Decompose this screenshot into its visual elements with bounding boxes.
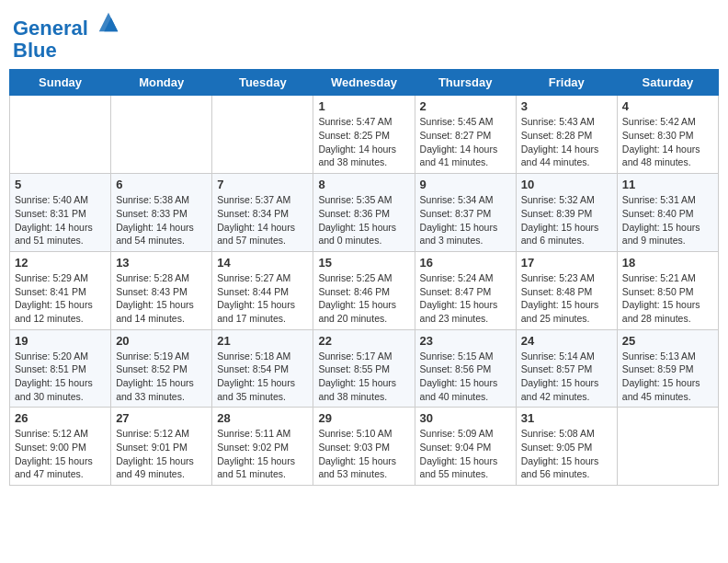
day-number: 29 (318, 411, 409, 425)
day-info: Sunrise: 5:40 AMSunset: 8:31 PMDaylight:… (15, 193, 106, 247)
dow-header: Friday (516, 70, 617, 96)
calendar-cell: 12Sunrise: 5:29 AMSunset: 8:41 PMDayligh… (10, 251, 111, 329)
calendar-table: SundayMondayTuesdayWednesdayThursdayFrid… (9, 69, 719, 486)
logo-icon (96, 9, 121, 35)
calendar-week-row: 19Sunrise: 5:20 AMSunset: 8:51 PMDayligh… (10, 329, 719, 408)
calendar-cell (212, 96, 313, 174)
day-info: Sunrise: 5:10 AMSunset: 9:03 PMDaylight:… (318, 427, 409, 481)
calendar-cell: 27Sunrise: 5:12 AMSunset: 9:01 PMDayligh… (111, 408, 212, 486)
day-info: Sunrise: 5:17 AMSunset: 8:55 PMDaylight:… (318, 350, 409, 404)
day-info: Sunrise: 5:47 AMSunset: 8:25 PMDaylight:… (318, 115, 409, 169)
calendar-cell: 8Sunrise: 5:35 AMSunset: 8:36 PMDaylight… (313, 174, 415, 252)
day-number: 22 (318, 334, 409, 348)
calendar-cell: 31Sunrise: 5:08 AMSunset: 9:05 PMDayligh… (516, 408, 617, 486)
day-info: Sunrise: 5:45 AMSunset: 8:27 PMDaylight:… (420, 115, 511, 169)
day-number: 23 (420, 334, 511, 348)
logo: General Blue (13, 9, 121, 62)
calendar-cell: 28Sunrise: 5:11 AMSunset: 9:02 PMDayligh… (212, 408, 313, 486)
day-info: Sunrise: 5:29 AMSunset: 8:41 PMDaylight:… (15, 271, 106, 326)
day-info: Sunrise: 5:28 AMSunset: 8:43 PMDaylight:… (116, 271, 207, 326)
day-number: 2 (420, 99, 511, 113)
day-number: 26 (15, 411, 106, 425)
logo-blue: Blue (13, 40, 121, 62)
calendar-cell: 15Sunrise: 5:25 AMSunset: 8:46 PMDayligh… (313, 251, 415, 329)
calendar-week-row: 12Sunrise: 5:29 AMSunset: 8:41 PMDayligh… (10, 251, 719, 329)
day-info: Sunrise: 5:38 AMSunset: 8:33 PMDaylight:… (116, 193, 207, 247)
calendar-cell: 2Sunrise: 5:45 AMSunset: 8:27 PMDaylight… (415, 96, 516, 174)
calendar-cell: 10Sunrise: 5:32 AMSunset: 8:39 PMDayligh… (516, 174, 617, 252)
day-info: Sunrise: 5:19 AMSunset: 8:52 PMDaylight:… (116, 350, 207, 404)
day-number: 17 (521, 256, 612, 270)
logo-text: General (13, 9, 121, 40)
day-info: Sunrise: 5:12 AMSunset: 9:01 PMDaylight:… (116, 427, 207, 481)
day-number: 27 (116, 411, 207, 425)
calendar-cell: 21Sunrise: 5:18 AMSunset: 8:54 PMDayligh… (212, 329, 313, 408)
dow-header: Saturday (617, 70, 718, 96)
day-info: Sunrise: 5:08 AMSunset: 9:05 PMDaylight:… (521, 427, 612, 481)
calendar-week-row: 1Sunrise: 5:47 AMSunset: 8:25 PMDaylight… (10, 96, 719, 174)
day-number: 10 (521, 178, 612, 191)
calendar-cell: 9Sunrise: 5:34 AMSunset: 8:37 PMDaylight… (415, 174, 516, 252)
day-number: 4 (622, 99, 713, 113)
logo-general: General (13, 17, 88, 40)
day-info: Sunrise: 5:20 AMSunset: 8:51 PMDaylight:… (15, 350, 106, 404)
calendar-cell: 4Sunrise: 5:42 AMSunset: 8:30 PMDaylight… (617, 96, 718, 174)
day-number: 11 (622, 178, 713, 191)
calendar-cell: 5Sunrise: 5:40 AMSunset: 8:31 PMDaylight… (10, 174, 111, 252)
day-info: Sunrise: 5:25 AMSunset: 8:46 PMDaylight:… (318, 271, 409, 326)
calendar-cell: 30Sunrise: 5:09 AMSunset: 9:04 PMDayligh… (415, 408, 516, 486)
day-number: 28 (217, 411, 308, 425)
calendar-body: 1Sunrise: 5:47 AMSunset: 8:25 PMDaylight… (10, 96, 719, 486)
dow-header: Wednesday (313, 70, 415, 96)
day-info: Sunrise: 5:12 AMSunset: 9:00 PMDaylight:… (15, 427, 106, 481)
calendar-cell: 3Sunrise: 5:43 AMSunset: 8:28 PMDaylight… (516, 96, 617, 174)
day-info: Sunrise: 5:21 AMSunset: 8:50 PMDaylight:… (622, 271, 713, 326)
calendar-week-row: 5Sunrise: 5:40 AMSunset: 8:31 PMDaylight… (10, 174, 719, 252)
calendar-cell: 1Sunrise: 5:47 AMSunset: 8:25 PMDaylight… (313, 96, 415, 174)
calendar-cell (617, 408, 718, 486)
day-number: 7 (217, 178, 308, 191)
day-number: 9 (420, 178, 511, 191)
page-header: General Blue (9, 9, 719, 62)
calendar-cell: 13Sunrise: 5:28 AMSunset: 8:43 PMDayligh… (111, 251, 212, 329)
day-info: Sunrise: 5:31 AMSunset: 8:40 PMDaylight:… (622, 193, 713, 247)
day-info: Sunrise: 5:24 AMSunset: 8:47 PMDaylight:… (420, 271, 511, 326)
days-of-week-row: SundayMondayTuesdayWednesdayThursdayFrid… (10, 70, 719, 96)
calendar-cell: 18Sunrise: 5:21 AMSunset: 8:50 PMDayligh… (617, 251, 718, 329)
day-info: Sunrise: 5:09 AMSunset: 9:04 PMDaylight:… (420, 427, 511, 481)
day-info: Sunrise: 5:18 AMSunset: 8:54 PMDaylight:… (217, 350, 308, 404)
dow-header: Tuesday (212, 70, 313, 96)
day-info: Sunrise: 5:13 AMSunset: 8:59 PMDaylight:… (622, 350, 713, 404)
day-number: 5 (15, 178, 106, 191)
day-number: 16 (420, 256, 511, 270)
day-info: Sunrise: 5:35 AMSunset: 8:36 PMDaylight:… (318, 193, 409, 247)
calendar-cell (111, 96, 212, 174)
calendar-cell: 16Sunrise: 5:24 AMSunset: 8:47 PMDayligh… (415, 251, 516, 329)
calendar-cell: 7Sunrise: 5:37 AMSunset: 8:34 PMDaylight… (212, 174, 313, 252)
calendar-cell: 29Sunrise: 5:10 AMSunset: 9:03 PMDayligh… (313, 408, 415, 486)
calendar-cell: 17Sunrise: 5:23 AMSunset: 8:48 PMDayligh… (516, 251, 617, 329)
day-info: Sunrise: 5:27 AMSunset: 8:44 PMDaylight:… (217, 271, 308, 326)
day-number: 18 (622, 256, 713, 270)
calendar-week-row: 26Sunrise: 5:12 AMSunset: 9:00 PMDayligh… (10, 408, 719, 486)
day-info: Sunrise: 5:15 AMSunset: 8:56 PMDaylight:… (420, 350, 511, 404)
calendar-cell: 6Sunrise: 5:38 AMSunset: 8:33 PMDaylight… (111, 174, 212, 252)
day-number: 14 (217, 256, 308, 270)
calendar-cell: 11Sunrise: 5:31 AMSunset: 8:40 PMDayligh… (617, 174, 718, 252)
dow-header: Monday (111, 70, 212, 96)
day-number: 20 (116, 334, 207, 348)
day-number: 24 (521, 334, 612, 348)
day-info: Sunrise: 5:43 AMSunset: 8:28 PMDaylight:… (521, 115, 612, 169)
day-info: Sunrise: 5:37 AMSunset: 8:34 PMDaylight:… (217, 193, 308, 247)
day-info: Sunrise: 5:23 AMSunset: 8:48 PMDaylight:… (521, 271, 612, 326)
calendar-cell: 19Sunrise: 5:20 AMSunset: 8:51 PMDayligh… (10, 329, 111, 408)
day-number: 15 (318, 256, 409, 270)
calendar-cell: 25Sunrise: 5:13 AMSunset: 8:59 PMDayligh… (617, 329, 718, 408)
calendar-cell (10, 96, 111, 174)
calendar-cell: 26Sunrise: 5:12 AMSunset: 9:00 PMDayligh… (10, 408, 111, 486)
day-number: 8 (318, 178, 409, 191)
day-info: Sunrise: 5:34 AMSunset: 8:37 PMDaylight:… (420, 193, 511, 247)
day-number: 6 (116, 178, 207, 191)
calendar-cell: 23Sunrise: 5:15 AMSunset: 8:56 PMDayligh… (415, 329, 516, 408)
day-info: Sunrise: 5:14 AMSunset: 8:57 PMDaylight:… (521, 350, 612, 404)
